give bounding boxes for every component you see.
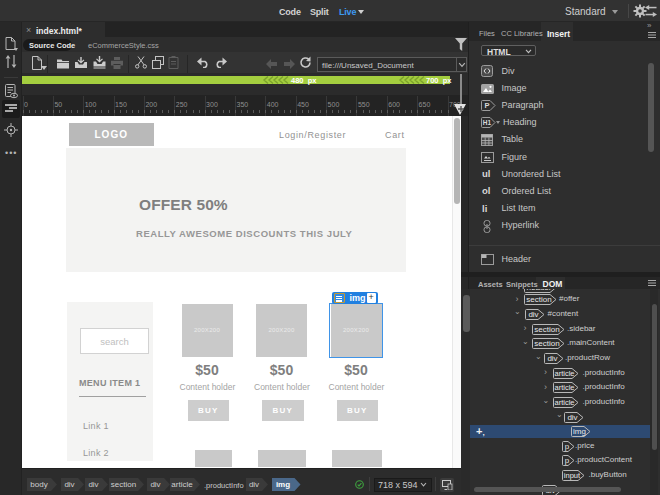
svg-text:section: section [526,295,551,304]
svg-text:div: div [547,354,557,363]
svg-text:p: p [564,456,569,465]
svg-text:article: article [554,398,574,407]
svg-text:section: section [534,339,559,348]
svg-text:P: P [484,101,489,110]
svg-text:p: p [564,442,569,451]
svg-text:H1: H1 [483,119,492,126]
svg-text:section: section [534,325,559,334]
svg-text:article: article [554,383,574,392]
svg-text:div: div [528,310,538,319]
svg-text:input: input [563,471,580,480]
svg-text:img: img [573,427,586,436]
svg-text:div: div [567,413,577,422]
svg-text:article: article [554,369,574,378]
